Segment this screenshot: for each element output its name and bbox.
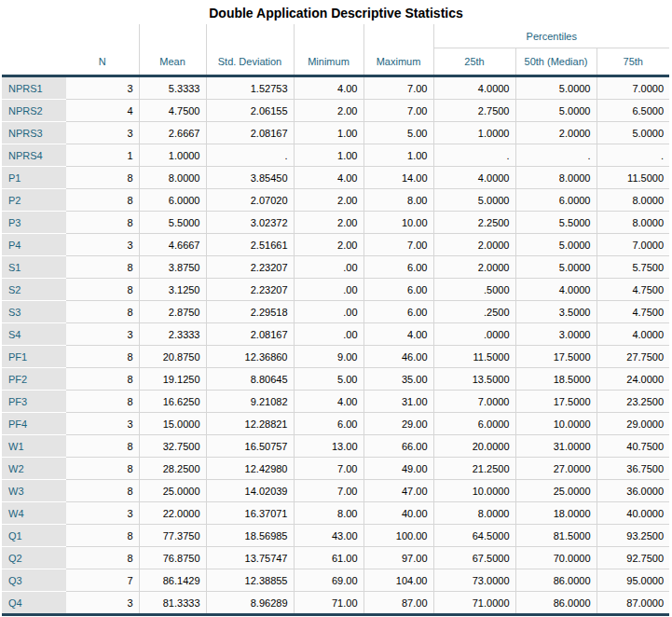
cell-std-deviation: 2.07020 (206, 189, 294, 212)
cell-25th: 20.0000 (433, 435, 515, 458)
cell-n: 7 (66, 569, 139, 592)
cell-25th: 2.7500 (433, 100, 515, 122)
cell-75th: 6.5000 (597, 100, 669, 122)
cell-75th: 92.7500 (597, 547, 669, 569)
row-label: W4 (2, 502, 66, 525)
cell-maximum: 104.00 (363, 569, 433, 592)
cell-std-deviation: 2.06155 (206, 100, 294, 122)
cell-n: 3 (66, 592, 139, 615)
cell-mean: 81.3333 (139, 592, 206, 615)
cell-maximum: 66.00 (363, 435, 433, 458)
cell-50th-median: 3.5000 (515, 301, 597, 323)
cell-25th: .2500 (433, 301, 515, 323)
cell-maximum: 7.00 (363, 100, 433, 122)
table-row: PF4 3 15.0000 12.28821 6.00 29.00 6.0000… (2, 413, 669, 435)
row-label: S3 (2, 301, 66, 323)
cell-50th-median: 18.0000 (515, 502, 597, 525)
cell-75th: 7.0000 (597, 234, 669, 256)
percentiles-group-row: Percentiles (2, 24, 669, 48)
cell-n: 8 (66, 391, 139, 413)
cell-std-deviation: 8.96289 (206, 592, 294, 615)
cell-75th: 36.0000 (597, 480, 669, 502)
cell-minimum: 6.00 (294, 413, 363, 435)
cell-minimum: 4.00 (294, 391, 363, 413)
cell-mean: 25.0000 (139, 480, 206, 502)
cell-maximum: 6.00 (363, 279, 433, 301)
cell-minimum: 69.00 (294, 569, 363, 592)
header-std-deviation: Std. Deviation (206, 48, 294, 76)
row-label: NPRS3 (2, 122, 66, 144)
cell-std-deviation: 2.23207 (206, 279, 294, 301)
cell-maximum: 1.00 (363, 144, 433, 167)
cell-75th: 29.0000 (597, 413, 669, 435)
cell-mean: 20.8750 (139, 346, 206, 368)
cell-n: 3 (66, 76, 139, 100)
table-row: PF1 8 20.8750 12.36860 9.00 46.00 11.500… (2, 346, 669, 368)
cell-75th: 8.0000 (597, 189, 669, 212)
header-25th: 25th (433, 48, 515, 76)
spss-output-canvas: Double Application Descriptive Statistic… (0, 0, 672, 617)
cell-n: 3 (66, 234, 139, 256)
cell-n: 8 (66, 256, 139, 279)
cell-25th: 7.0000 (433, 391, 515, 413)
cell-75th: 8.0000 (597, 212, 669, 234)
row-label: S2 (2, 279, 66, 301)
cell-mean: 28.2500 (139, 458, 206, 480)
cell-75th: 11.5000 (597, 167, 669, 189)
cell-maximum: 6.00 (363, 256, 433, 279)
cell-75th: 7.0000 (597, 76, 669, 100)
cell-minimum: 7.00 (294, 458, 363, 480)
cell-std-deviation: 12.42980 (206, 458, 294, 480)
cell-50th-median: 5.0000 (515, 100, 597, 122)
cell-75th: 93.2500 (597, 525, 669, 547)
cell-maximum: 35.00 (363, 368, 433, 391)
cell-n: 8 (66, 525, 139, 547)
table-row: S3 8 2.8750 2.29518 .00 6.00 .2500 3.500… (2, 301, 669, 323)
header-spacer-max (363, 24, 433, 48)
cell-50th-median: 5.5000 (515, 212, 597, 234)
row-label: Q4 (2, 592, 66, 615)
cell-std-deviation: 14.02039 (206, 480, 294, 502)
cell-75th: 5.0000 (597, 122, 669, 144)
cell-std-deviation: 1.52753 (206, 76, 294, 100)
cell-50th-median: 5.0000 (515, 256, 597, 279)
table-row: NPRS4 1 1.0000 . 1.00 1.00 . . . (2, 144, 669, 167)
cell-mean: 4.6667 (139, 234, 206, 256)
table-row: PF2 8 19.1250 8.80645 5.00 35.00 13.5000… (2, 368, 669, 391)
cell-std-deviation: 2.29518 (206, 301, 294, 323)
cell-std-deviation: 2.08167 (206, 122, 294, 144)
table-row: NPRS1 3 5.3333 1.52753 4.00 7.00 4.0000 … (2, 76, 669, 100)
cell-std-deviation: 3.85450 (206, 167, 294, 189)
cell-mean: 2.3333 (139, 323, 206, 346)
cell-n: 8 (66, 480, 139, 502)
cell-minimum: 4.00 (294, 167, 363, 189)
cell-75th: 5.7500 (597, 256, 669, 279)
cell-25th: 2.0000 (433, 234, 515, 256)
cell-maximum: 14.00 (363, 167, 433, 189)
cell-std-deviation: 16.37071 (206, 502, 294, 525)
cell-75th: . (597, 144, 669, 167)
cell-mean: 15.0000 (139, 413, 206, 435)
cell-minimum: .00 (294, 301, 363, 323)
cell-25th: 2.2500 (433, 212, 515, 234)
cell-50th-median: 86.0000 (515, 569, 597, 592)
cell-minimum: 13.00 (294, 435, 363, 458)
cell-mean: 3.1250 (139, 279, 206, 301)
header-spacer-min (294, 24, 363, 48)
column-header-row: N Mean Std. Deviation Minimum Maximum 25… (2, 48, 669, 76)
table-row: W3 8 25.0000 14.02039 7.00 47.00 10.0000… (2, 480, 669, 502)
cell-50th-median: 81.5000 (515, 525, 597, 547)
cell-50th-median: 27.0000 (515, 458, 597, 480)
row-label: W2 (2, 458, 66, 480)
cell-std-deviation: 3.02372 (206, 212, 294, 234)
cell-n: 3 (66, 502, 139, 525)
cell-25th: 73.0000 (433, 569, 515, 592)
row-label: NPRS2 (2, 100, 66, 122)
cell-mean: 77.3750 (139, 525, 206, 547)
cell-std-deviation: 12.36860 (206, 346, 294, 368)
cell-50th-median: . (515, 144, 597, 167)
cell-mean: 19.1250 (139, 368, 206, 391)
row-label: Q3 (2, 569, 66, 592)
row-label: P1 (2, 167, 66, 189)
cell-25th: 4.0000 (433, 76, 515, 100)
